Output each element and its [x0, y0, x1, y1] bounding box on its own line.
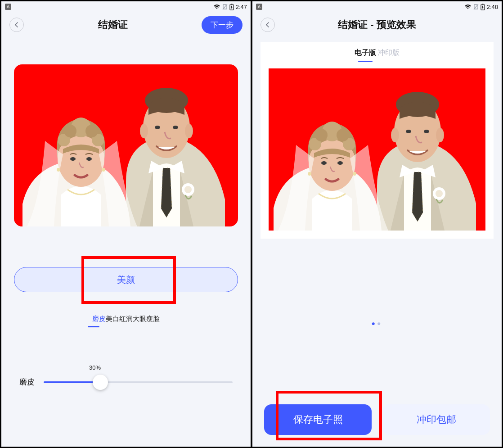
svg-point-10 — [173, 126, 178, 129]
svg-rect-23 — [482, 4, 483, 5]
svg-point-4 — [184, 186, 192, 193]
svg-point-19 — [57, 168, 60, 172]
slider-percent-label: 30% — [89, 364, 101, 371]
svg-point-20 — [102, 168, 105, 172]
page-title: 结婚证 - 预览效果 — [275, 18, 479, 32]
phone-screen-preview: A 2:48 结婚证 - 预览效果 电子版 冲印版 — [252, 1, 502, 447]
slider-track[interactable] — [44, 381, 233, 383]
wifi-icon — [464, 4, 472, 9]
svg-point-37 — [337, 129, 349, 141]
navbar: 结婚证 下一步 — [1, 12, 251, 37]
preview-tabs: 电子版 冲印版 — [260, 42, 494, 65]
preview-card: 电子版 冲印版 — [260, 42, 494, 239]
slider-block: 30% 磨皮 — [19, 377, 233, 387]
svg-point-36 — [315, 129, 328, 141]
svg-point-38 — [321, 161, 327, 165]
filter-tab-slimface[interactable]: 瘦脸 — [146, 315, 160, 322]
couple-photo-illustration — [14, 64, 238, 226]
chevron-left-icon — [14, 22, 19, 27]
notification-badge-icon: A — [256, 4, 262, 10]
slider-label: 磨皮 — [19, 377, 35, 387]
tab-digital[interactable]: 电子版 — [354, 48, 377, 60]
filter-tab-smooth[interactable]: 磨皮 — [92, 315, 106, 322]
next-button[interactable]: 下一步 — [202, 16, 243, 34]
chevron-left-icon — [265, 22, 270, 27]
save-digital-button[interactable]: 保存电子照 — [264, 404, 372, 435]
svg-point-28 — [391, 128, 399, 142]
status-bar: A 2:48 — [252, 1, 502, 12]
beauty-button[interactable]: 美颜 — [14, 267, 238, 292]
svg-point-16 — [85, 125, 98, 137]
page-title: 结婚证 — [24, 18, 202, 32]
svg-point-41 — [353, 172, 356, 176]
couple-photo-illustration — [269, 68, 485, 231]
notification-badge-icon: A — [5, 4, 11, 10]
filter-tab-rosy[interactable]: 红润 — [119, 315, 133, 322]
svg-point-30 — [406, 130, 411, 133]
status-time: 2:48 — [487, 4, 498, 10]
svg-point-7 — [140, 124, 148, 138]
loading-dots-icon: ●● — [252, 320, 502, 327]
photo-preview — [14, 64, 238, 226]
tab-print[interactable]: 冲印版 — [377, 48, 400, 60]
filter-tab-whiten[interactable]: 美白 — [106, 315, 119, 322]
svg-point-40 — [308, 172, 311, 176]
filter-tab-underline — [88, 326, 99, 327]
svg-point-29 — [436, 128, 444, 142]
svg-point-31 — [424, 130, 429, 133]
svg-point-17 — [70, 157, 76, 161]
svg-rect-2 — [231, 4, 232, 5]
back-button[interactable] — [260, 18, 275, 32]
photo-preview — [269, 68, 485, 231]
bottom-button-row: 保存电子照 冲印包邮 — [264, 404, 490, 435]
svg-point-39 — [337, 161, 343, 165]
beauty-row: 美颜 — [14, 267, 238, 292]
status-bar: A 2:47 — [1, 1, 251, 12]
filter-tabs: 磨皮美白红润大眼瘦脸 — [92, 315, 160, 327]
battery-charging-icon — [229, 4, 234, 10]
slider-thumb[interactable] — [93, 375, 108, 390]
filter-tab-bigeye[interactable]: 大眼 — [133, 315, 146, 322]
no-sim-icon — [222, 4, 228, 10]
no-sim-icon — [473, 4, 479, 10]
svg-point-18 — [86, 157, 92, 161]
status-time: 2:47 — [236, 4, 247, 10]
svg-point-9 — [155, 126, 160, 129]
svg-point-25 — [436, 190, 443, 197]
battery-charging-icon — [481, 4, 485, 10]
phone-screen-edit: A 2:47 结婚证 下一步 — [1, 1, 251, 447]
svg-point-8 — [185, 124, 193, 138]
slider-fill — [44, 381, 100, 383]
back-button[interactable] — [9, 18, 24, 32]
svg-point-15 — [64, 125, 76, 137]
navbar: 结婚证 - 预览效果 — [252, 12, 502, 37]
print-ship-button[interactable]: 冲印包邮 — [382, 404, 490, 435]
wifi-icon — [213, 4, 220, 9]
